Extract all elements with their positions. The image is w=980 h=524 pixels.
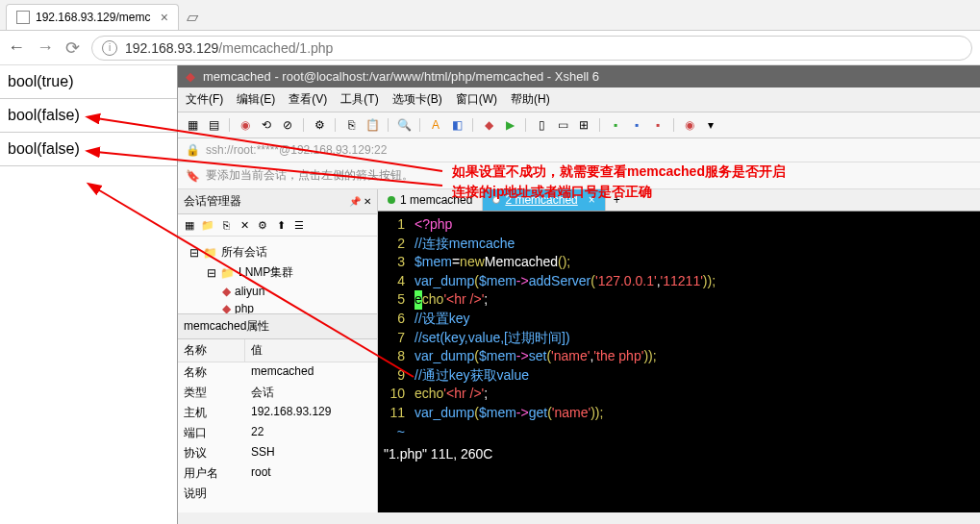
tree-root[interactable]: ⊟📁所有会话: [182, 242, 373, 262]
terminal-area: 1 memcached 2 memcached× + 1<?php 2//连接m…: [378, 189, 980, 512]
bookmark-icon[interactable]: 🔖: [186, 169, 200, 183]
sm-copy-icon[interactable]: ⎘: [218, 217, 234, 233]
tb-props-icon[interactable]: ⚙: [311, 116, 328, 134]
reload-button[interactable]: ⟳: [65, 37, 80, 59]
forward-button[interactable]: →: [37, 37, 54, 58]
tb-new-icon[interactable]: ▦: [184, 116, 201, 134]
tb-color-icon[interactable]: ◧: [448, 116, 465, 134]
menu-view[interactable]: 查看(V): [289, 91, 327, 108]
menu-tools[interactable]: 工具(T): [340, 91, 378, 108]
app-icon: ◆: [186, 69, 195, 84]
prop-row: 名称memcached: [178, 362, 377, 383]
tb-xftp-icon[interactable]: ◆: [480, 116, 497, 134]
sm-delete-icon[interactable]: ✕: [237, 217, 252, 233]
xshell-titlebar[interactable]: ◆ memcached - root@localhost:/var/www/ht…: [178, 65, 980, 87]
tb-disconnect-icon[interactable]: ⊘: [279, 116, 296, 134]
tree-session-aliyun[interactable]: ◆aliyun: [182, 283, 373, 300]
prop-row: 端口22: [178, 423, 377, 443]
folder-icon: 📁: [220, 266, 235, 280]
session-toolbar: ▦ 📁 ⎘ ✕ ⚙ ⬆ ☰: [178, 214, 377, 237]
ssh-address-bar[interactable]: 🔒 ssh://root:*****@192.168.93.129:22: [178, 138, 980, 162]
sm-list-icon[interactable]: ☰: [291, 217, 307, 233]
tb-layout3-icon[interactable]: ⊞: [575, 116, 592, 134]
sm-up-icon[interactable]: ⬆: [273, 217, 289, 233]
tb-more-icon[interactable]: ▾: [702, 116, 719, 134]
tb-copy-icon[interactable]: ⎘: [342, 116, 360, 134]
xshell-window: ◆ memcached - root@localhost:/var/www/ht…: [177, 65, 980, 524]
session-icon: ◆: [222, 285, 231, 298]
hint-text: 要添加当前会话，点击左侧的箭头按钮。: [206, 167, 414, 184]
tb-blue-icon[interactable]: ▪: [628, 116, 645, 134]
properties-body: 名称memcached 类型会话 主机192.168.93.129 端口22 协…: [178, 362, 377, 504]
properties-title: memcached属性: [178, 313, 377, 339]
prop-row: 说明: [178, 484, 377, 504]
tree-session-php[interactable]: ◆php: [182, 300, 373, 313]
menu-help[interactable]: 帮助(H): [511, 91, 550, 108]
page-icon: [16, 11, 30, 24]
new-tab-button[interactable]: ▱: [179, 4, 206, 30]
menu-edit[interactable]: 编辑(E): [237, 91, 275, 108]
tab-close-button[interactable]: ×: [161, 10, 168, 25]
tb-layout2-icon[interactable]: ▭: [554, 116, 571, 134]
browser-tab-strip: 192.168.93.129/memc × ▱: [0, 0, 980, 31]
prop-row: 协议SSH: [178, 443, 377, 463]
prop-row: 类型会话: [178, 383, 377, 403]
session-manager-title: 会话管理器 📌 ✕: [178, 189, 377, 214]
browser-tab[interactable]: 192.168.93.129/memc ×: [6, 4, 179, 30]
tb-script-icon[interactable]: ▶: [501, 116, 518, 134]
output-line: bool(false): [0, 99, 177, 133]
tb-layout1-icon[interactable]: ▯: [533, 116, 550, 134]
ssh-url: ssh://root:*****@192.168.93.129:22: [206, 143, 387, 157]
sm-folder-icon[interactable]: 📁: [200, 217, 215, 233]
session-icon: ◆: [222, 302, 231, 313]
menu-file[interactable]: 文件(F): [186, 91, 223, 108]
lock-icon: 🔒: [186, 143, 200, 157]
properties-header: 名称值: [178, 339, 377, 362]
xshell-menubar: 文件(F) 编辑(E) 查看(V) 工具(T) 选项卡(B) 窗口(W) 帮助(…: [178, 87, 980, 112]
tab-title: 192.168.93.129/memc: [36, 11, 150, 24]
site-info-icon[interactable]: i: [102, 40, 117, 56]
tb-font-icon[interactable]: A: [427, 116, 444, 134]
tb-open-icon[interactable]: ▤: [205, 116, 222, 134]
output-line: bool(false): [0, 133, 177, 166]
window-title: memcached - root@localhost:/var/www/html…: [203, 69, 599, 84]
pin-icon[interactable]: 📌 ✕: [349, 196, 371, 207]
url-input[interactable]: i 192.168.93.129/memcached/1.php: [91, 36, 972, 61]
tb-paste-icon[interactable]: 📋: [364, 116, 381, 134]
xshell-toolbar: ▦ ▤ ◉ ⟲ ⊘ ⚙ ⎘ 📋 🔍 A ◧ ◆ ▶ ▯ ▭ ⊞ ▪ ▪: [178, 112, 980, 138]
tree-group[interactable]: ⊟📁LNMP集群: [182, 262, 373, 283]
menu-window[interactable]: 窗口(W): [456, 91, 497, 108]
prop-row: 用户名root: [178, 463, 377, 484]
tb-reconnect-icon[interactable]: ⟲: [258, 116, 275, 134]
folder-icon: 📁: [203, 246, 217, 260]
tb-record-icon[interactable]: ◉: [681, 116, 698, 134]
sm-new-icon[interactable]: ▦: [182, 217, 197, 233]
annotation-text: 如果设置不成功，就需要查看memcached服务是否开启 连接的ip地址或者端口…: [452, 162, 786, 202]
tb-find-icon[interactable]: 🔍: [395, 116, 413, 134]
status-dot-icon: [388, 196, 395, 204]
vim-status-line: "1.php" 11L, 260C: [384, 445, 974, 464]
session-tree: ⊟📁所有会话 ⊟📁LNMP集群 ◆aliyun ◆php ◆nhn1: [178, 237, 377, 313]
terminal-content[interactable]: 1<?php 2//连接memcache 3$mem = new Memcach…: [378, 212, 980, 512]
url-text: 192.168.93.129/memcached/1.php: [125, 40, 333, 56]
tb-green-icon[interactable]: ▪: [607, 116, 624, 134]
menu-tabs[interactable]: 选项卡(B): [392, 91, 442, 108]
back-button[interactable]: ←: [8, 37, 25, 58]
output-line: bool(true): [0, 65, 177, 99]
page-content: bool(true) bool(false) bool(false): [0, 65, 177, 166]
prop-row: 主机192.168.93.129: [178, 403, 377, 423]
tb-red-icon[interactable]: ▪: [649, 116, 666, 134]
address-bar: ← → ⟳ i 192.168.93.129/memcached/1.php: [0, 31, 980, 65]
tb-connect-icon[interactable]: ◉: [237, 116, 254, 134]
session-manager-panel: 会话管理器 📌 ✕ ▦ 📁 ⎘ ✕ ⚙ ⬆ ☰ ⊟📁所有会话 ⊟📁LNMP集群 …: [178, 189, 378, 512]
sm-props-icon[interactable]: ⚙: [255, 217, 270, 233]
